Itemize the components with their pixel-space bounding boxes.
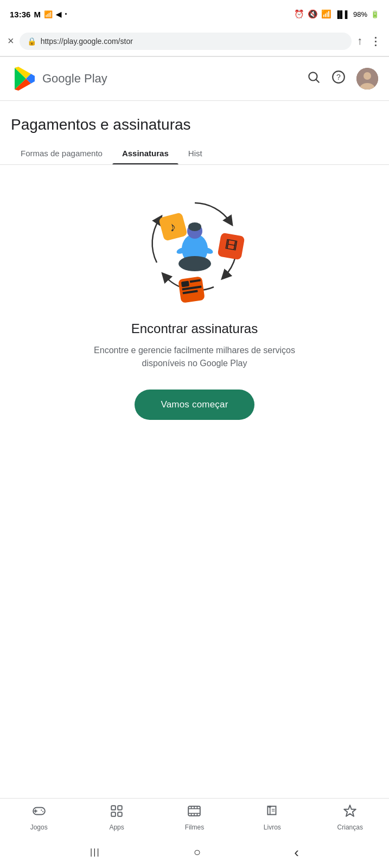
url-text: https://play.google.com/stor [41, 37, 344, 46]
books-icon [265, 804, 279, 821]
status-time-area: 13:36 M 📶 ◀ · [10, 9, 67, 20]
movies-icon [187, 804, 201, 821]
main-content: ♪ 🎞 Encontrar assinaturas Encontre e ger… [0, 165, 389, 436]
nav-label-apps: Apps [109, 824, 124, 831]
svg-rect-41 [269, 806, 271, 807]
status-mail-icon: M [34, 10, 41, 19]
svg-line-1 [316, 80, 319, 82]
user-avatar[interactable] [356, 68, 378, 90]
svg-point-5 [364, 72, 371, 80]
nav-item-livros[interactable]: Livros [256, 804, 289, 831]
svg-text:🎞: 🎞 [224, 238, 238, 253]
alarm-icon: ⏰ [294, 9, 304, 19]
status-dot: · [65, 9, 67, 20]
android-back-button[interactable]: ‹ [294, 844, 299, 861]
more-options-icon[interactable]: ⋮ [370, 35, 381, 48]
browser-close-button[interactable]: × [8, 35, 14, 47]
header-icons: ? [307, 68, 378, 90]
svg-rect-17 [178, 276, 205, 303]
nav-item-criancas[interactable]: Crianças [334, 804, 366, 831]
subscription-illustration: ♪ 🎞 [135, 187, 254, 306]
share-icon[interactable]: ↑ [357, 35, 362, 47]
kids-icon [343, 804, 357, 821]
page-title-area: Pagamentos e assinaturas [0, 101, 389, 142]
google-play-title: Google Play [42, 72, 301, 86]
search-icon[interactable] [307, 70, 321, 87]
apps-icon [110, 804, 124, 821]
status-right-icons: ⏰ 🔇 📶 ▐▌▌ 98% 🔋 [294, 9, 379, 19]
svg-point-9 [188, 222, 201, 231]
lock-icon: 🔒 [27, 37, 36, 46]
nav-label-jogos: Jogos [30, 824, 48, 831]
content-description: Encontre e gerencie facilmente milhares … [86, 344, 303, 370]
mute-icon: 🔇 [308, 9, 318, 19]
nav-label-livros: Livros [264, 824, 281, 831]
nav-label-criancas: Crianças [337, 824, 363, 831]
tab-payment-methods[interactable]: Formas de pagamento [11, 142, 112, 164]
tab-subscriptions[interactable]: Assinaturas [112, 142, 178, 164]
svg-rect-18 [181, 281, 189, 288]
battery-icon: 🔋 [371, 10, 379, 18]
svg-rect-31 [118, 812, 122, 816]
tab-history[interactable]: Hist [178, 142, 212, 164]
status-time: 13:36 [10, 10, 30, 19]
tabs-container: Formas de pagamento Assinaturas Hist [0, 142, 389, 165]
wifi-icon: 📶 [321, 9, 331, 19]
android-nav-bar: ||| ○ ‹ [0, 837, 389, 868]
url-bar[interactable]: 🔒 https://play.google.com/stor [20, 33, 352, 50]
svg-point-27 [42, 811, 43, 812]
android-recent-button[interactable]: ||| [90, 847, 100, 857]
nav-item-apps[interactable]: Apps [100, 804, 133, 831]
browser-bar: × 🔒 https://play.google.com/stor ↑ ⋮ [0, 26, 389, 56]
google-play-header: Google Play ? [0, 57, 389, 100]
status-bar: 13:36 M 📶 ◀ · ⏰ 🔇 📶 ▐▌▌ 98% 🔋 [0, 0, 389, 26]
browser-action-buttons: ↑ ⋮ [357, 35, 381, 48]
cta-button[interactable]: Vamos começar [135, 390, 254, 420]
nav-label-filmes: Filmes [185, 824, 204, 831]
nav-item-jogos[interactable]: Jogos [23, 804, 55, 831]
status-signal-icon: 📶 [44, 10, 53, 18]
bottom-nav: Jogos Apps Film [0, 798, 389, 835]
status-location-icon: ◀ [56, 10, 61, 18]
signal-bars-icon: ▐▌▌ [335, 10, 350, 18]
svg-rect-29 [118, 806, 122, 810]
google-play-logo [11, 66, 37, 92]
svg-text:?: ? [336, 73, 341, 81]
page-title: Pagamentos e assinaturas [11, 116, 378, 133]
battery-percentage: 98% [353, 10, 367, 18]
android-home-button[interactable]: ○ [194, 845, 201, 859]
svg-rect-30 [111, 812, 116, 816]
svg-rect-28 [111, 806, 116, 810]
svg-point-10 [178, 256, 211, 271]
nav-item-filmes[interactable]: Filmes [178, 804, 211, 831]
games-icon [32, 804, 46, 821]
content-title: Encontrar assinaturas [131, 321, 258, 336]
help-icon[interactable]: ? [331, 70, 346, 87]
svg-point-26 [41, 809, 42, 810]
